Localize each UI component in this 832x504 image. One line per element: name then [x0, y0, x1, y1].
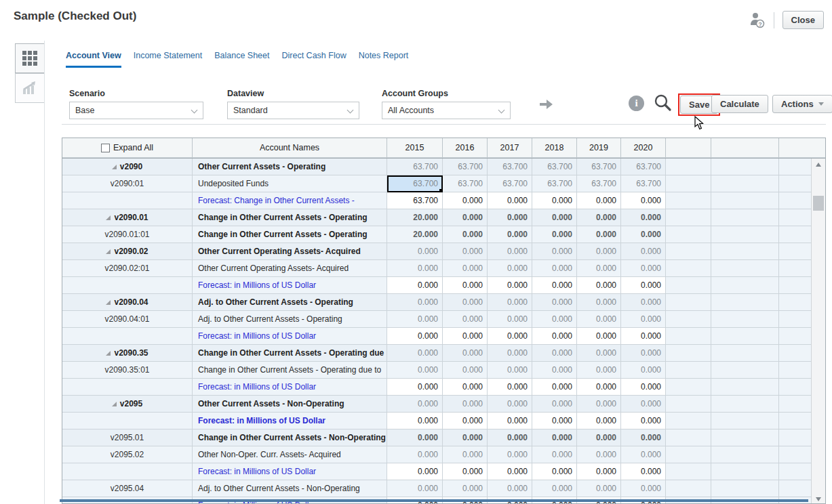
value-cell-2016[interactable]: 0.000: [443, 260, 488, 277]
value-cell-2020[interactable]: 0.000: [621, 243, 666, 260]
account-name-cell[interactable]: Other Current Assets - Operating: [193, 159, 387, 175]
dataview-select[interactable]: Standard: [227, 102, 359, 119]
year-header-2017[interactable]: 2017: [488, 138, 532, 158]
value-cell-2020[interactable]: 63.700: [621, 159, 666, 175]
value-cell-2018[interactable]: 0.000: [532, 480, 577, 497]
value-cell-2017[interactable]: 0.000: [488, 362, 532, 379]
value-cell-2015[interactable]: 0.000: [387, 396, 443, 413]
value-cell-2016[interactable]: 63.700: [443, 175, 488, 192]
value-cell-2017[interactable]: 0.000: [488, 277, 532, 294]
account-name-cell[interactable]: Change in Other Current Assets - Operati…: [193, 362, 387, 379]
account-groups-select[interactable]: All Accounts: [382, 102, 511, 119]
value-cell-2019[interactable]: 0.000: [577, 396, 621, 413]
value-cell-2016[interactable]: 0.000: [443, 413, 488, 429]
value-cell-2020[interactable]: 0.000: [621, 345, 666, 362]
value-cell-2018[interactable]: 0.000: [532, 277, 577, 294]
account-id-cell[interactable]: v2095.02: [62, 446, 193, 463]
value-cell-2020[interactable]: 0.000: [621, 396, 666, 413]
vertical-scrollbar[interactable]: [811, 159, 825, 504]
value-cell-2018[interactable]: 0.000: [532, 294, 577, 311]
value-cell-2020[interactable]: 0.000: [621, 413, 666, 429]
expand-triangle-icon[interactable]: [106, 215, 111, 220]
value-cell-2015[interactable]: 0.000: [387, 463, 443, 480]
value-cell-2016[interactable]: 0.000: [443, 294, 488, 311]
value-cell-2018[interactable]: 0.000: [532, 413, 577, 429]
value-cell-2019[interactable]: 0.000: [577, 192, 621, 209]
account-id-cell[interactable]: v2090.01:01: [62, 226, 193, 243]
value-cell-2017[interactable]: 63.700: [488, 159, 532, 175]
value-cell-2017[interactable]: 0.000: [488, 345, 532, 362]
value-cell-2020[interactable]: 0.000: [621, 277, 666, 294]
account-id-cell[interactable]: v2090.35:01: [62, 362, 193, 379]
sidebar-grid-view-button[interactable]: [15, 43, 45, 73]
forecast-link-cell[interactable]: Forecast: in Millions of US Dollar: [193, 379, 387, 396]
value-cell-2015[interactable]: 0.000: [387, 446, 443, 463]
expand-triangle-icon[interactable]: [112, 402, 117, 406]
value-cell-2015[interactable]: 0.000: [387, 429, 443, 446]
tab-account-view[interactable]: Account View: [66, 51, 121, 68]
actions-button[interactable]: Actions: [772, 95, 832, 113]
close-button[interactable]: Close: [783, 11, 824, 29]
expand-triangle-icon[interactable]: [106, 300, 111, 305]
tab-balance-sheet[interactable]: Balance Sheet: [214, 51, 269, 68]
value-cell-2016[interactable]: 0.000: [443, 345, 488, 362]
value-cell-2015[interactable]: 0.000: [387, 311, 443, 328]
expand-triangle-icon[interactable]: [112, 165, 117, 169]
scroll-down-button[interactable]: [812, 493, 825, 504]
account-id-cell[interactable]: v2090.35: [62, 345, 193, 362]
tab-direct-cash-flow[interactable]: Direct Cash Flow: [282, 51, 346, 68]
value-cell-2017[interactable]: 0.000: [488, 192, 532, 209]
value-cell-2016[interactable]: 0.000: [443, 192, 488, 209]
account-id-cell[interactable]: [62, 379, 193, 396]
value-cell-2016[interactable]: 0.000: [443, 446, 488, 463]
account-id-cell[interactable]: v2095.04: [62, 480, 193, 497]
value-cell-2019[interactable]: 0.000: [577, 463, 621, 480]
value-cell-2017[interactable]: 0.000: [488, 446, 532, 463]
user-help-icon[interactable]: ?: [749, 12, 766, 29]
account-name-cell[interactable]: Change in Other Current Assets - Operati…: [193, 226, 387, 243]
value-cell-2016[interactable]: 0.000: [443, 277, 488, 294]
account-name-cell[interactable]: Other Non-Oper. Curr. Assets- Acquired: [193, 446, 387, 463]
scenario-select[interactable]: Base: [69, 102, 203, 119]
value-cell-2020[interactable]: 0.000: [621, 480, 666, 497]
value-cell-2018[interactable]: 0.000: [532, 243, 577, 260]
fill-handle[interactable]: [439, 189, 443, 192]
value-cell-2017[interactable]: 0.000: [488, 429, 532, 446]
scrollbar-thumb[interactable]: [813, 196, 824, 211]
account-id-cell[interactable]: v2090.02: [62, 243, 193, 260]
value-cell-2015[interactable]: 0.000: [387, 345, 443, 362]
year-header-2016[interactable]: 2016: [443, 138, 488, 158]
account-name-cell[interactable]: Change in Other Current Assets - Operati…: [193, 209, 387, 226]
value-cell-2019[interactable]: 0.000: [577, 277, 621, 294]
value-cell-2019[interactable]: 0.000: [577, 379, 621, 396]
value-cell-2015[interactable]: 0.000: [387, 260, 443, 277]
value-cell-2019[interactable]: 0.000: [577, 362, 621, 379]
value-cell-2018[interactable]: 0.000: [532, 311, 577, 328]
value-cell-2018[interactable]: 0.000: [532, 226, 577, 243]
value-cell-2020[interactable]: 0.000: [621, 429, 666, 446]
value-cell-2016[interactable]: 0.000: [443, 209, 488, 226]
value-cell-2017[interactable]: 0.000: [488, 328, 532, 345]
value-cell-2018[interactable]: 63.700: [532, 159, 577, 175]
value-cell-2017[interactable]: 0.000: [488, 463, 532, 480]
value-cell-2018[interactable]: 0.000: [532, 446, 577, 463]
account-id-cell[interactable]: [62, 413, 193, 429]
account-id-cell[interactable]: v2090.04:01: [62, 311, 193, 328]
value-cell-2015[interactable]: 0.000: [387, 277, 443, 294]
value-cell-2018[interactable]: 0.000: [532, 328, 577, 345]
account-id-cell[interactable]: v2090.01: [62, 209, 193, 226]
value-cell-2015[interactable]: 0.000: [387, 328, 443, 345]
value-cell-2017[interactable]: 0.000: [488, 480, 532, 497]
account-id-cell[interactable]: v2095: [62, 396, 193, 413]
account-name-cell[interactable]: Adj. to Other Current Assets - Operating: [193, 311, 387, 328]
value-cell-2018[interactable]: 0.000: [532, 192, 577, 209]
value-cell-2017[interactable]: 0.000: [488, 260, 532, 277]
value-cell-2019[interactable]: 0.000: [577, 446, 621, 463]
value-cell-2020[interactable]: 0.000: [621, 192, 666, 209]
account-id-cell[interactable]: [62, 328, 193, 345]
value-cell-2020[interactable]: 0.000: [621, 294, 666, 311]
value-cell-2016[interactable]: 0.000: [443, 463, 488, 480]
value-cell-2020[interactable]: 0.000: [621, 463, 666, 480]
value-cell-2019[interactable]: 63.700: [577, 159, 621, 175]
value-cell-2019[interactable]: 0.000: [577, 480, 621, 497]
